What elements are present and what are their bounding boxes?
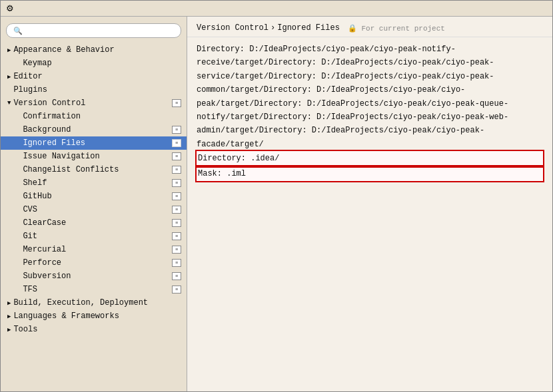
arrow-right-icon: ▶	[7, 299, 11, 307]
nav-item-label: Version Control	[13, 98, 169, 108]
sidebar-item-perforce[interactable]: ▶Perforce≡	[1, 256, 187, 270]
nav-item-label: Keymap	[23, 59, 181, 68]
entries-list: Directory: D:/IdeaProjects/ciyo-peak/ciy…	[187, 37, 552, 391]
sidebar-item-issue-navigation[interactable]: ▶Issue Navigation≡	[1, 150, 187, 163]
settings-page-icon: ≡	[172, 246, 181, 254]
sidebar-item-tools[interactable]: ▶Tools	[1, 323, 187, 336]
sidebar: 🔍 ▶Appearance & Behavior▶Keymap▶Editor▶P…	[1, 17, 187, 391]
nav-item-label: Perforce	[23, 258, 169, 268]
content-area: 🔍 ▶Appearance & Behavior▶Keymap▶Editor▶P…	[1, 17, 552, 391]
settings-page-icon: ≡	[172, 219, 181, 227]
nav-item-label: TFS	[23, 285, 169, 294]
sidebar-item-build[interactable]: ▶Build, Execution, Deployment	[1, 296, 187, 309]
title-bar: ⚙	[1, 1, 552, 17]
settings-page-icon: ≡	[172, 192, 181, 200]
breadcrumb-vc: Version Control	[197, 23, 269, 33]
nav-item-label: GitHub	[23, 192, 169, 201]
settings-page-icon: ≡	[172, 99, 181, 107]
sidebar-item-confirmation[interactable]: ▶Confirmation	[1, 110, 187, 123]
sidebar-item-mercurial[interactable]: ▶Mercurial≡	[1, 243, 187, 256]
nav-item-label: Editor	[13, 72, 181, 81]
nav-item-label: Tools	[13, 325, 181, 334]
nav-item-label: Issue Navigation	[23, 152, 169, 161]
arrow-right-icon: ▶	[7, 47, 11, 54]
settings-page-icon: ≡	[172, 272, 181, 280]
settings-page-icon: ≡	[172, 166, 181, 174]
sidebar-item-languages[interactable]: ▶Languages & Frameworks	[1, 309, 187, 323]
sidebar-item-clearcase[interactable]: ▶ClearCase≡	[1, 216, 187, 230]
settings-page-icon: ≡	[172, 232, 181, 240]
nav-item-label: Ignored Files	[23, 138, 169, 148]
entry-line: Mask: .iml	[197, 166, 543, 181]
entry-line: Directory: .idea/	[197, 151, 543, 166]
sidebar-item-background[interactable]: ▶Background≡	[1, 123, 187, 136]
settings-window: ⚙ 🔍 ▶Appearance & Behavior▶Keymap▶Editor…	[0, 0, 553, 392]
settings-page-icon: ≡	[172, 206, 181, 214]
nav-item-label: Confirmation	[23, 112, 181, 121]
project-note: 🔒 For current project	[348, 24, 445, 33]
sidebar-item-subversion[interactable]: ▶Subversion≡	[1, 270, 187, 283]
sidebar-item-changelist-conflicts[interactable]: ▶Changelist Conflicts≡	[1, 163, 187, 176]
search-input[interactable]	[25, 26, 174, 35]
sidebar-item-appearance[interactable]: ▶Appearance & Behavior	[1, 43, 187, 57]
arrow-down-icon: ▼	[7, 100, 11, 106]
arrow-right-icon: ▶	[7, 313, 11, 320]
arrow-right-icon: ▶	[7, 73, 11, 81]
nav-item-label: CVS	[23, 205, 169, 214]
nav-item-label: Background	[23, 125, 169, 134]
sidebar-item-keymap[interactable]: ▶Keymap	[1, 57, 187, 70]
sidebar-item-plugins[interactable]: ▶Plugins	[1, 83, 187, 97]
nav-item-label: Plugins	[13, 85, 181, 95]
settings-icon: ⚙	[6, 3, 14, 13]
breadcrumb: Version Control › Ignored Files	[197, 23, 340, 33]
main-header: Version Control › Ignored Files 🔒 For cu…	[187, 17, 552, 37]
nav-item-label: Subversion	[23, 272, 169, 281]
nav-item-label: ClearCase	[23, 218, 169, 228]
settings-page-icon: ≡	[172, 152, 181, 160]
settings-page-icon: ≡	[172, 139, 181, 147]
search-box[interactable]: 🔍	[6, 23, 181, 38]
sidebar-item-git[interactable]: ▶Git≡	[1, 230, 187, 243]
sidebar-item-cvs[interactable]: ▶CVS≡	[1, 203, 187, 216]
settings-page-icon: ≡	[172, 286, 181, 294]
search-icon: 🔍	[13, 27, 23, 35]
sidebar-item-version-control[interactable]: ▼Version Control≡	[1, 97, 187, 110]
nav-item-label: Git	[23, 232, 169, 241]
breadcrumb-current: Ignored Files	[277, 23, 340, 33]
arrow-right-icon: ▶	[7, 326, 11, 333]
nav-item-label: Build, Execution, Deployment	[13, 298, 181, 307]
main-content: Version Control › Ignored Files 🔒 For cu…	[187, 17, 552, 391]
nav-item-label: Mercurial	[23, 245, 169, 254]
nav-list: ▶Appearance & Behavior▶Keymap▶Editor▶Plu…	[1, 43, 187, 336]
nav-item-label: Shelf	[23, 178, 169, 188]
settings-page-icon: ≡	[172, 126, 181, 134]
breadcrumb-separator: ›	[271, 23, 275, 33]
sidebar-item-ignored-files[interactable]: ▶Ignored Files≡	[1, 136, 187, 150]
sidebar-item-tfs[interactable]: ▶TFS≡	[1, 283, 187, 296]
sidebar-item-github[interactable]: ▶GitHub≡	[1, 190, 187, 203]
settings-page-icon: ≡	[172, 259, 181, 267]
nav-item-label: Changelist Conflicts	[23, 165, 169, 174]
sidebar-item-shelf[interactable]: ▶Shelf≡	[1, 176, 187, 190]
nav-item-label: Languages & Frameworks	[13, 311, 181, 321]
settings-page-icon: ≡	[172, 179, 181, 187]
nav-item-label: Appearance & Behavior	[13, 45, 181, 55]
sidebar-item-editor[interactable]: ▶Editor	[1, 70, 187, 83]
